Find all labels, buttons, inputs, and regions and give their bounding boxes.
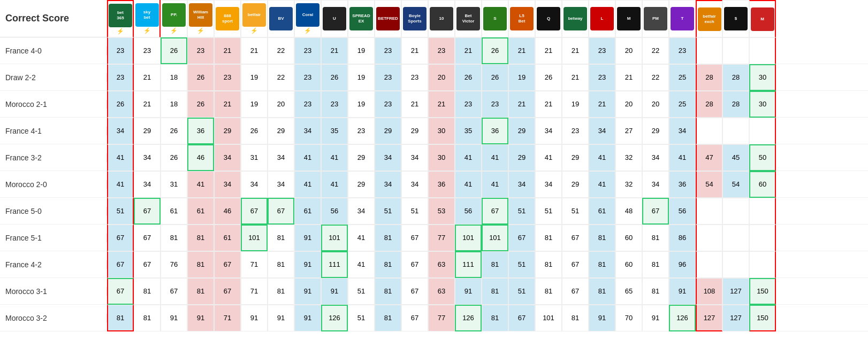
odds-cell[interactable]: 111	[455, 251, 482, 278]
odds-cell[interactable]: 34	[401, 171, 428, 198]
odds-cell[interactable]: 61	[294, 198, 321, 225]
odds-cell[interactable]: 21	[134, 91, 161, 118]
odds-cell[interactable]: 36	[669, 171, 696, 198]
odds-cell[interactable]: 29	[214, 118, 241, 144]
odds-cell[interactable]: 81	[375, 225, 401, 251]
odds-cell[interactable]: 51	[508, 278, 535, 305]
odds-cell[interactable]: 41	[482, 171, 508, 198]
odds-cell[interactable]: 67	[401, 251, 428, 278]
odds-cell[interactable]: 70	[615, 305, 642, 331]
odds-cell[interactable]: 29	[375, 118, 401, 144]
odds-cell[interactable]: 23	[214, 64, 241, 91]
bookie-logo[interactable]: BV	[269, 7, 293, 30]
odds-cell[interactable]: 81	[134, 305, 161, 331]
bookie-logo[interactable]: betfair	[242, 3, 266, 27]
odds-cell[interactable]: 32	[615, 144, 642, 171]
odds-cell[interactable]: 51	[348, 278, 375, 305]
odds-cell[interactable]: 41	[294, 171, 321, 198]
odds-cell[interactable]	[722, 37, 749, 64]
bookie-logo[interactable]: L	[590, 7, 614, 30]
odds-cell[interactable]: 54	[696, 171, 722, 198]
odds-cell[interactable]: 67	[508, 305, 535, 331]
odds-cell[interactable]: 21	[241, 37, 268, 64]
odds-cell[interactable]: 30	[749, 91, 776, 118]
odds-cell[interactable]: 26	[161, 118, 187, 144]
odds-cell[interactable]: 91	[187, 305, 214, 331]
odds-cell[interactable]: 20	[615, 91, 642, 118]
odds-cell[interactable]: 81	[535, 225, 562, 251]
odds-cell[interactable]: 56	[455, 198, 482, 225]
odds-cell[interactable]: 22	[268, 64, 294, 91]
odds-cell[interactable]: 67	[482, 198, 508, 225]
odds-cell[interactable]: 29	[562, 171, 589, 198]
odds-cell[interactable]: 67	[107, 251, 134, 278]
odds-cell[interactable]: 23	[455, 91, 482, 118]
odds-cell[interactable]: 150	[749, 305, 776, 331]
odds-cell[interactable]: 51	[562, 198, 589, 225]
odds-cell[interactable]	[749, 225, 776, 251]
odds-cell[interactable]: 20	[615, 37, 642, 64]
odds-cell[interactable]: 21	[214, 37, 241, 64]
odds-cell[interactable]: 91	[589, 305, 615, 331]
odds-cell[interactable]	[722, 251, 749, 278]
odds-cell[interactable]: 23	[107, 37, 134, 64]
odds-cell[interactable]: 41	[348, 225, 375, 251]
odds-cell[interactable]: 81	[107, 305, 134, 331]
odds-cell[interactable]: 21	[589, 91, 615, 118]
odds-cell[interactable]: 150	[749, 278, 776, 305]
odds-cell[interactable]: 23	[482, 91, 508, 118]
odds-cell[interactable]: 67	[508, 225, 535, 251]
odds-cell[interactable]: 41	[348, 251, 375, 278]
odds-cell[interactable]: 50	[749, 144, 776, 171]
odds-cell[interactable]: 21	[214, 91, 241, 118]
odds-cell[interactable]: 54	[722, 171, 749, 198]
odds-cell[interactable]: 81	[134, 278, 161, 305]
odds-cell[interactable]: 81	[589, 251, 615, 278]
odds-cell[interactable]: 67	[268, 198, 294, 225]
odds-cell[interactable]: 30	[749, 64, 776, 91]
odds-cell[interactable]: 67	[134, 251, 161, 278]
odds-cell[interactable]: 21	[508, 91, 535, 118]
odds-cell[interactable]: 23	[589, 37, 615, 64]
odds-cell[interactable]: 91	[321, 278, 348, 305]
odds-cell[interactable]: 67	[107, 225, 134, 251]
odds-cell[interactable]: 67	[401, 305, 428, 331]
odds-cell[interactable]: 71	[241, 278, 268, 305]
odds-cell[interactable]: 34	[107, 118, 134, 144]
odds-cell[interactable]: 21	[562, 64, 589, 91]
bookie-logo[interactable]: betfair exch	[698, 7, 721, 31]
odds-cell[interactable]: 34	[642, 144, 669, 171]
bookie-logo[interactable]: betway	[564, 7, 587, 30]
odds-cell[interactable]: 34	[589, 118, 615, 144]
odds-cell[interactable]: 60	[749, 171, 776, 198]
odds-cell[interactable]: 34	[535, 118, 562, 144]
odds-cell[interactable]: 23	[428, 37, 455, 64]
odds-cell[interactable]: 91	[294, 305, 321, 331]
odds-cell[interactable]	[722, 118, 749, 144]
odds-cell[interactable]: 21	[562, 37, 589, 64]
bookie-logo[interactable]: Coral	[296, 3, 319, 27]
odds-cell[interactable]: 31	[161, 171, 187, 198]
odds-cell[interactable]: 127	[722, 278, 749, 305]
odds-cell[interactable]: 34	[535, 171, 562, 198]
odds-cell[interactable]: 61	[589, 198, 615, 225]
odds-cell[interactable]: 51	[348, 305, 375, 331]
odds-cell[interactable]: 26	[535, 64, 562, 91]
odds-cell[interactable]: 81	[482, 278, 508, 305]
odds-cell[interactable]: 19	[348, 64, 375, 91]
odds-cell[interactable]: 77	[428, 225, 455, 251]
odds-cell[interactable]: 67	[107, 278, 134, 305]
odds-cell[interactable]: 126	[669, 305, 696, 331]
odds-cell[interactable]: 91	[241, 305, 268, 331]
odds-cell[interactable]: 20	[268, 91, 294, 118]
odds-cell[interactable]: 51	[508, 198, 535, 225]
odds-cell[interactable]: 30	[428, 144, 455, 171]
odds-cell[interactable]: 26	[241, 118, 268, 144]
odds-cell[interactable]	[749, 251, 776, 278]
odds-cell[interactable]: 27	[615, 118, 642, 144]
bookie-logo[interactable]: M	[751, 7, 774, 31]
odds-cell[interactable]: 23	[294, 64, 321, 91]
odds-cell[interactable]: 81	[562, 305, 589, 331]
odds-cell[interactable]: 127	[722, 305, 749, 331]
odds-cell[interactable]: 19	[241, 91, 268, 118]
